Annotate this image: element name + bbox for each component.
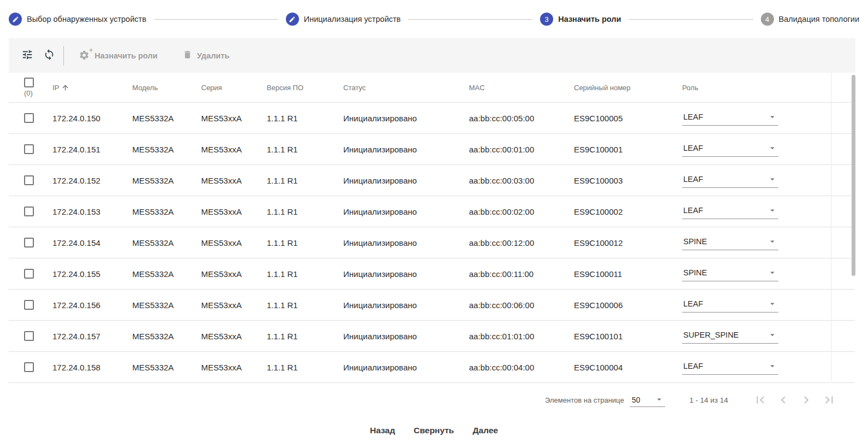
cell-status: Инициализировано bbox=[343, 238, 469, 247]
cell-mac: aa:bb:cc:00:03:00 bbox=[469, 176, 574, 185]
column-header-ip[interactable]: IP bbox=[52, 84, 132, 92]
assign-roles-button[interactable]: + Назначить роли bbox=[71, 45, 165, 66]
step-select-discovered-devices[interactable]: Выбор обнаруженных устройств bbox=[9, 13, 146, 26]
cell-ip: 172.24.0.153 bbox=[52, 207, 132, 216]
cell-status: Инициализировано bbox=[343, 145, 469, 154]
cell-series: MES53xxA bbox=[201, 238, 267, 247]
edit-icon bbox=[9, 13, 22, 26]
cell-ip: 172.24.0.152 bbox=[52, 176, 132, 185]
dropdown-arrow-icon bbox=[767, 361, 777, 371]
dropdown-arrow-icon bbox=[767, 299, 777, 309]
row-checkbox[interactable] bbox=[24, 331, 34, 341]
cell-mac: aa:bb:cc:00:05:00 bbox=[469, 114, 574, 123]
role-select[interactable]: LEAF bbox=[682, 142, 778, 157]
next-page-button[interactable] bbox=[799, 393, 813, 407]
step-validate-topology[interactable]: 4 Валидация топологии bbox=[761, 13, 859, 26]
select-all-checkbox[interactable] bbox=[24, 78, 34, 87]
role-select[interactable]: LEAF bbox=[682, 298, 778, 313]
row-checkbox[interactable] bbox=[24, 362, 34, 372]
dropdown-arrow-icon bbox=[767, 237, 777, 246]
cell-version: 1.1.1 R1 bbox=[267, 145, 343, 154]
cell-series: MES53xxA bbox=[201, 332, 267, 341]
table-row: 172.24.0.158 MES5332A MES53xxA 1.1.1 R1 … bbox=[9, 352, 855, 383]
row-checkbox[interactable] bbox=[24, 238, 34, 247]
cell-serial: ES9C100006 bbox=[574, 300, 682, 310]
role-select[interactable]: SPINE bbox=[682, 235, 778, 250]
table-body: 172.24.0.150 MES5332A MES53xxA 1.1.1 R1 … bbox=[9, 103, 855, 383]
cell-mac: aa:bb:cc:00:02:00 bbox=[469, 207, 574, 216]
dropdown-arrow-icon bbox=[767, 174, 777, 184]
cell-mac: aa:bb:cc:00:12:00 bbox=[469, 238, 574, 247]
items-per-page-label: Элементов на странице bbox=[545, 396, 624, 404]
cell-series: MES53xxA bbox=[201, 176, 267, 185]
table-row: 172.24.0.150 MES5332A MES53xxA 1.1.1 R1 … bbox=[9, 103, 855, 134]
last-page-button[interactable] bbox=[822, 393, 836, 407]
column-header-serial[interactable]: Серийный номер bbox=[574, 84, 682, 92]
sort-ascending-icon bbox=[61, 84, 69, 92]
first-page-button[interactable] bbox=[753, 393, 767, 407]
back-button[interactable]: Назад bbox=[366, 420, 400, 441]
column-header-mac[interactable]: MAC bbox=[469, 84, 574, 92]
step-assign-roles[interactable]: 3 Назначить роли bbox=[540, 13, 621, 26]
row-checkbox[interactable] bbox=[24, 300, 34, 310]
cell-status: Инициализировано bbox=[343, 332, 469, 341]
role-select[interactable]: SPINE bbox=[682, 267, 778, 281]
devices-table: (0) IP Модель Серия Версия ПО Статус MAC… bbox=[9, 73, 855, 383]
stepper-connector bbox=[629, 19, 753, 20]
column-header-version[interactable]: Версия ПО bbox=[267, 84, 343, 92]
cell-serial: ES9C100012 bbox=[574, 238, 682, 247]
table-toolbar: + Назначить роли Удалить bbox=[9, 38, 855, 73]
vertical-scrollbar[interactable] bbox=[852, 75, 855, 276]
role-select[interactable]: SUPER_SPINE bbox=[682, 329, 778, 344]
step-initialize-devices[interactable]: Инициализация устройств bbox=[286, 13, 401, 26]
previous-page-button[interactable] bbox=[776, 393, 790, 407]
pagination-range: 1 - 14 из 14 bbox=[689, 396, 728, 404]
column-header-model[interactable]: Модель bbox=[132, 84, 201, 92]
refresh-button[interactable] bbox=[38, 45, 60, 67]
role-select[interactable]: LEAF bbox=[682, 173, 778, 188]
cell-status: Инициализировано bbox=[343, 363, 469, 372]
pagination-bar: Элементов на странице 50 1 - 14 из 14 bbox=[0, 383, 868, 417]
cell-serial: ES9C100011 bbox=[574, 269, 682, 279]
cell-model: MES5332A bbox=[132, 145, 201, 154]
gear-plus-icon: + bbox=[78, 50, 90, 62]
cell-serial: ES9C100101 bbox=[574, 332, 682, 341]
cell-ip: 172.24.0.154 bbox=[52, 238, 132, 247]
cell-mac: aa:bb:cc:00:01:00 bbox=[469, 145, 574, 154]
delete-button[interactable]: Удалить bbox=[175, 45, 237, 66]
cell-model: MES5332A bbox=[132, 238, 201, 247]
cell-model: MES5332A bbox=[132, 332, 201, 341]
wizard-actions: Назад Свернуть Далее bbox=[0, 420, 868, 441]
cell-serial: ES9C100001 bbox=[574, 145, 682, 154]
table-header-row: (0) IP Модель Серия Версия ПО Статус MAC… bbox=[9, 73, 855, 103]
cell-version: 1.1.1 R1 bbox=[267, 207, 343, 216]
column-header-role[interactable]: Роль bbox=[682, 84, 855, 92]
cell-version: 1.1.1 R1 bbox=[267, 269, 343, 279]
row-checkbox[interactable] bbox=[24, 207, 34, 216]
column-header-series[interactable]: Серия bbox=[201, 84, 267, 92]
dropdown-arrow-icon bbox=[654, 394, 664, 404]
cell-model: MES5332A bbox=[132, 207, 201, 216]
cell-ip: 172.24.0.150 bbox=[52, 114, 132, 123]
collapse-button[interactable]: Свернуть bbox=[409, 420, 459, 441]
row-checkbox[interactable] bbox=[24, 175, 34, 185]
row-checkbox[interactable] bbox=[24, 113, 34, 123]
cell-mac: aa:bb:cc:00:04:00 bbox=[469, 363, 574, 372]
table-row: 172.24.0.152 MES5332A MES53xxA 1.1.1 R1 … bbox=[9, 165, 855, 196]
column-header-status[interactable]: Статус bbox=[343, 84, 469, 92]
role-select[interactable]: LEAF bbox=[682, 360, 778, 375]
step-label: Инициализация устройств bbox=[304, 15, 401, 23]
refresh-icon bbox=[43, 49, 55, 62]
table-row: 172.24.0.151 MES5332A MES53xxA 1.1.1 R1 … bbox=[9, 134, 855, 165]
next-button[interactable]: Далее bbox=[468, 420, 503, 441]
role-select[interactable]: LEAF bbox=[682, 111, 778, 126]
role-select[interactable]: LEAF bbox=[682, 204, 778, 219]
filter-button[interactable] bbox=[16, 45, 38, 67]
items-per-page-select[interactable]: 50 bbox=[630, 393, 666, 407]
row-checkbox[interactable] bbox=[24, 144, 34, 154]
cell-version: 1.1.1 R1 bbox=[267, 300, 343, 310]
stepper-connector bbox=[154, 19, 278, 20]
row-checkbox[interactable] bbox=[24, 269, 34, 279]
cell-model: MES5332A bbox=[132, 114, 201, 123]
cell-version: 1.1.1 R1 bbox=[267, 176, 343, 185]
